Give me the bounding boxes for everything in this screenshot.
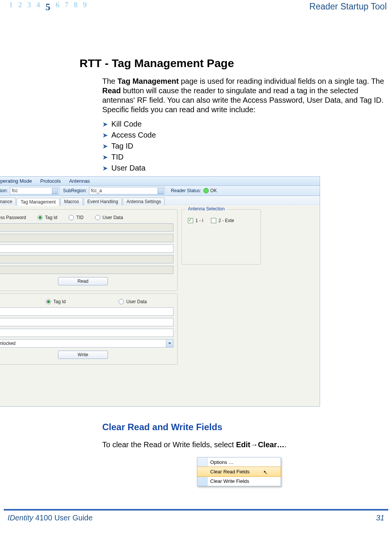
chapter-number: 9: [83, 1, 87, 12]
read-radio[interactable]: Tag Id: [37, 215, 58, 220]
write-radio[interactable]: Tag Id: [46, 299, 66, 304]
toolbar: ⋮ Operating Mode Region: fcc SubRegion: …: [0, 185, 320, 196]
antenna-group-title: Antenna Selection: [186, 206, 227, 211]
edit-menu: Options …Clear Read Fields↖Clear Write F…: [197, 457, 281, 486]
write-group: Write Access PasswordTag IdUser Data Tag…: [0, 293, 178, 365]
read-radio[interactable]: User Data: [95, 215, 123, 220]
bullet-arrow-icon: ➤: [102, 153, 111, 161]
chapter-number: 2: [18, 1, 22, 12]
read-radio[interactable]: Access Password: [0, 215, 26, 220]
read-field-row: TID:: [0, 255, 173, 263]
chapter-number: 8: [74, 1, 78, 12]
radio-icon: [69, 215, 74, 220]
page-footer: IDentity 4100 User Guide 31: [4, 509, 388, 526]
read-radio-row: Kill CodeAccess PasswordTag IdTIDUser Da…: [0, 215, 173, 220]
radio-label: User Data: [103, 215, 123, 220]
subregion-label: SubRegion:: [63, 188, 87, 193]
chapter-number: 7: [65, 1, 69, 12]
region-combo[interactable]: fcc: [10, 187, 59, 194]
antenna-selection-group: Antenna Selection 1 - I 2 - Exte: [181, 209, 261, 265]
bullet-arrow-icon: ➤: [102, 164, 111, 172]
read-killcode-input: [0, 223, 173, 232]
read-field-row: Access Password:: [0, 234, 173, 242]
footer-left: IDentity 4100 User Guide: [8, 514, 93, 522]
write-field-row: New Tag ID:: [0, 329, 173, 337]
write-field-row: Access Password:: [0, 318, 173, 326]
antenna-2-checkbox[interactable]: 2 - Exte: [211, 218, 234, 223]
chapter-number: 6: [56, 1, 59, 12]
tab-pane: Read Kill CodeAccess PasswordTag IdTIDUs…: [0, 205, 320, 407]
status-value: OK: [210, 188, 217, 193]
menu-item-label: Clear Read Fields: [210, 469, 250, 475]
section-intro: The Tag Management page is used for read…: [80, 77, 388, 114]
tab[interactable]: Macros: [60, 197, 83, 205]
radio-label: Tag Id: [45, 215, 58, 220]
footer-product-rest: 4100 User Guide: [33, 514, 93, 522]
chapter-numbers: 123456789: [4, 1, 87, 12]
region-value: fcc: [12, 188, 17, 193]
bullet-text: TID: [111, 153, 123, 161]
radio-icon: [46, 299, 51, 304]
section-title: RTT - Tag Management Page: [80, 57, 388, 70]
menu-item[interactable]: Protocols: [40, 178, 61, 184]
write-newtagid-input[interactable]: [0, 329, 173, 337]
write-accesspassword-input[interactable]: [0, 318, 173, 326]
menu-item[interactable]: Operating Mode: [0, 178, 32, 184]
region-label: Region:: [0, 188, 8, 193]
bullet-text: Access Code: [111, 131, 156, 139]
read-tid-input: [0, 255, 173, 263]
write-tagid-input[interactable]: [0, 307, 173, 316]
write-radio-row: Access PasswordTag IdUser Data: [0, 299, 173, 304]
radio-label: TID: [76, 215, 83, 220]
app-screenshot: FileEditReaderOperating ModeProtocolsAnt…: [0, 176, 320, 407]
radio-label: Access Password: [0, 215, 26, 220]
bullet-text: User Data: [111, 164, 145, 172]
write-radio[interactable]: User Data: [119, 299, 147, 304]
chapter-number: 3: [27, 1, 31, 12]
tab[interactable]: Event Handling: [84, 197, 122, 205]
write-button[interactable]: Write: [58, 351, 108, 359]
clear-section-body: To clear the Read or Write fields, selec…: [80, 440, 388, 449]
read-radio[interactable]: TID: [69, 215, 83, 220]
tab[interactable]: Tag Management: [17, 198, 59, 206]
header-right-title: Reader Startup Tool: [309, 2, 388, 12]
bullet-text: Tag ID: [111, 142, 133, 150]
read-tagid-input[interactable]: [0, 244, 173, 253]
subregion-value: fcc_a: [91, 188, 102, 193]
edit-menu-item[interactable]: Clear Read Fields↖: [197, 467, 281, 477]
bullet-arrow-icon: ➤: [102, 131, 111, 139]
radio-label: Tag Id: [53, 299, 66, 304]
edit-menu-item[interactable]: Options …: [197, 457, 281, 467]
list-item: ➤User Data: [102, 164, 388, 172]
write-field-row: Tag ID:: [0, 307, 173, 316]
tab-row: General PageTag PerformanceTag Managemen…: [0, 196, 320, 205]
bullet-arrow-icon: ➤: [102, 142, 111, 150]
antenna-1-checkbox[interactable]: 1 - I: [188, 218, 203, 223]
bullet-text: Kill Code: [111, 120, 142, 128]
tab[interactable]: Antenna Settings: [123, 197, 165, 205]
subregion-combo[interactable]: fcc_a: [89, 187, 165, 194]
radio-icon: [119, 299, 124, 304]
read-field-row: Kill Code:: [0, 223, 173, 232]
clear-section-title: Clear Read and Write Fields: [102, 422, 388, 432]
read-userdata-input: [0, 266, 173, 274]
footer-product-italic: IDentity: [8, 514, 33, 522]
tab[interactable]: Tag Performance: [0, 197, 16, 205]
menu-item[interactable]: Antennas: [69, 178, 90, 184]
menu-item-label: Options …: [210, 459, 233, 465]
menu-item-label: Clear Write Fields: [210, 478, 249, 484]
bullet-arrow-icon: ➤: [102, 120, 111, 128]
list-item: ➤TID: [102, 153, 388, 161]
read-field-row: Tag ID:: [0, 244, 173, 253]
read-button[interactable]: Read: [58, 277, 108, 285]
bullet-list: ➤Kill Code➤Access Code➤Tag ID➤TID➤User D…: [80, 120, 388, 172]
antenna-1-label: 1 - I: [195, 218, 203, 223]
status-indicator: OK: [203, 188, 217, 194]
read-group: Read Kill CodeAccess PasswordTag IdTIDUs…: [0, 209, 178, 291]
radio-icon: [95, 215, 100, 220]
lock-combo[interactable]: Unlocked: [0, 339, 173, 348]
edit-menu-item[interactable]: Clear Write Fields: [197, 476, 281, 486]
menubar: FileEditReaderOperating ModeProtocolsAnt…: [0, 176, 320, 185]
radio-icon: [37, 215, 43, 220]
list-item: ➤Kill Code: [102, 120, 388, 128]
